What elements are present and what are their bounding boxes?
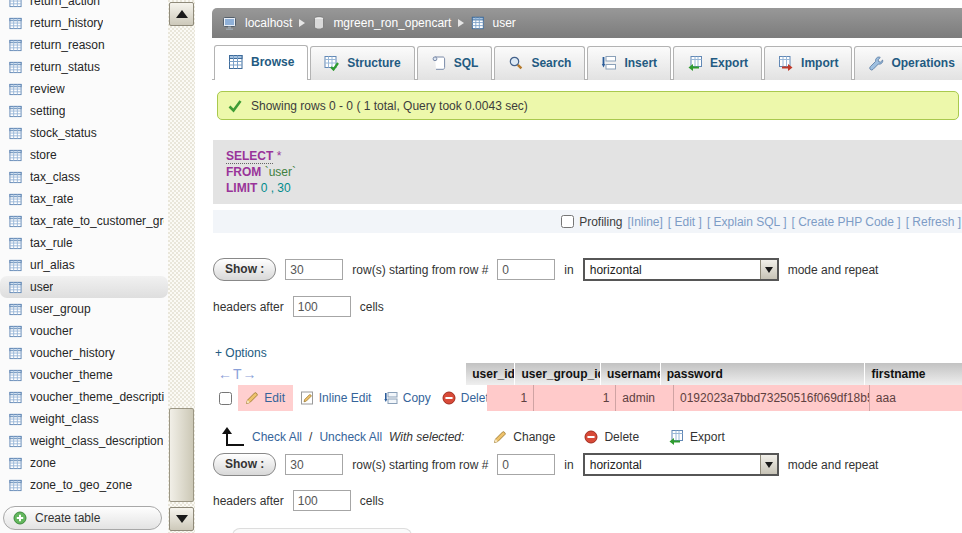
profiling-checkbox[interactable] [561,215,574,228]
sidebar-item-stock_status[interactable]: stock_status [0,122,168,144]
scroll-up-button[interactable] [169,2,194,26]
start-row-input[interactable] [497,454,555,475]
column-header-password[interactable]: password [661,363,866,385]
sidebar-item-zone[interactable]: zone [0,452,168,474]
delete-circle-icon [584,430,598,444]
tab-sql[interactable]: SQL [417,46,493,80]
cell-password: 0192023a7bbd73250516f069df18b500 [674,385,870,411]
explain-sql-link[interactable]: [ Explain SQL ] [707,215,787,229]
row-count-input[interactable] [285,259,343,280]
sql-keyword: SELECT [226,149,273,164]
sidebar-item-setting[interactable]: setting [0,100,168,122]
tab-label: Structure [347,56,400,70]
tab-structure[interactable]: Structure [310,46,414,80]
table-icon [9,193,22,206]
create-table-button[interactable]: Create table [3,506,162,530]
row-edit-action[interactable]: Edit [238,385,292,411]
row-delete-action[interactable]: Delete [435,385,487,411]
sidebar-item-user[interactable]: user [0,276,168,298]
export-icon [668,429,684,445]
check-all-link[interactable]: Check All [252,430,302,444]
table-header-row: ←T→ user_id user_group_id username passw… [213,363,962,385]
sidebar-item-tax_class[interactable]: tax_class [0,166,168,188]
sidebar-item-weight_class[interactable]: weight_class [0,408,168,430]
inline-link[interactable]: [Inline] [628,215,663,229]
mode-select[interactable]: horizontal [583,453,779,476]
table-icon [9,347,22,360]
breadcrumb-server[interactable]: localhost [245,16,292,30]
sidebar-item-label: stock_status [30,126,97,140]
sidebar-item-zone_to_geo_zone[interactable]: zone_to_geo_zone [0,474,168,496]
column-header-user_id[interactable]: user_id [466,363,515,385]
table-icon [9,171,22,184]
table-icon [9,325,22,338]
tab-search[interactable]: Search [494,46,585,80]
sidebar-item-store[interactable]: store [0,144,168,166]
breadcrumb-database[interactable]: mgreen_ron_opencart [333,16,451,30]
cell-user_id: 1 [487,385,535,411]
tab-label: Import [801,56,838,70]
headers-after-input[interactable] [293,296,351,317]
column-header-username[interactable]: username [601,363,661,385]
scroll-down-button[interactable] [169,507,194,531]
sidebar-item-voucher_theme_description[interactable]: voucher_theme_description [0,386,168,408]
with-selected-delete[interactable]: Delete [584,430,639,444]
with-selected-change[interactable]: Change [493,430,555,444]
row-count-input[interactable] [285,454,343,475]
structure-icon [324,55,340,71]
select-dropdown-button[interactable] [760,455,777,474]
tab-label: Export [710,56,748,70]
breadcrumb-table[interactable]: user [492,16,515,30]
show-button[interactable]: Show : [213,453,276,476]
edit-query-link[interactable]: [ Edit ] [668,215,702,229]
create-php-code-link[interactable]: [ Create PHP Code ] [791,215,900,229]
table-icon [9,83,22,96]
sidebar-item-tax_rate[interactable]: tax_rate [0,188,168,210]
triangle-down-icon [765,462,773,468]
tab-operations[interactable]: Operations [854,46,962,80]
sidebar-item-url_alias[interactable]: url_alias [0,254,168,276]
sidebar-scrollbar[interactable] [168,0,195,533]
table-icon [9,17,22,30]
row-copy-action[interactable]: Copy [377,385,435,411]
start-row-input[interactable] [497,259,555,280]
sidebar-item-return_history[interactable]: return_history [0,12,168,34]
sidebar-item-voucher_theme[interactable]: voucher_theme [0,364,168,386]
sql-keyword: FROM [226,165,261,179]
breadcrumb: localhost mgreen_ron_opencart user [212,8,962,38]
tab-browse[interactable]: Browse [214,45,308,80]
sidebar-item-user_group[interactable]: user_group [0,298,168,320]
table-icon [9,369,22,382]
column-nav-arrows[interactable]: ←T→ [213,363,466,385]
sidebar-item-return_reason[interactable]: return_reason [0,34,168,56]
headers-after-input[interactable] [293,490,351,511]
sidebar-item-review[interactable]: review [0,78,168,100]
sidebar-item-weight_class_description[interactable]: weight_class_description [0,430,168,452]
options-toggle-link[interactable]: + Options [215,346,267,360]
sidebar-item-return_action[interactable]: return_action [0,0,168,12]
sidebar-item-label: tax_rule [30,236,73,250]
mode-select[interactable]: horizontal [583,258,779,281]
row-inline-edit-action[interactable]: Inline Edit [293,385,377,411]
tab-insert[interactable]: Insert [587,46,671,80]
rows-starting-text: row(s) starting from row # [352,263,488,277]
mode-repeat-text: mode and repeat [788,458,879,472]
scrollbar-thumb[interactable] [169,408,194,502]
sidebar-item-voucher_history[interactable]: voucher_history [0,342,168,364]
column-header-firstname[interactable]: firstname [865,363,962,385]
query-status-message: Showing rows 0 - 0 ( 1 total, Query took… [217,91,959,120]
sidebar-item-voucher[interactable]: voucher [0,320,168,342]
sidebar-item-return_status[interactable]: return_status [0,56,168,78]
refresh-link[interactable]: [ Refresh ] [906,215,961,229]
sidebar-item-tax_rate_to_customer_group[interactable]: tax_rate_to_customer_group [0,210,168,232]
with-selected-export[interactable]: Export [668,429,725,445]
tab-export[interactable]: Export [673,46,762,80]
row-checkbox[interactable] [219,392,232,405]
sidebar-item-tax_rule[interactable]: tax_rule [0,232,168,254]
column-header-user_group_id[interactable]: user_group_id [515,363,600,385]
uncheck-all-link[interactable]: Uncheck All [319,430,382,444]
show-button[interactable]: Show : [213,258,276,281]
tab-import[interactable]: Import [764,46,852,80]
select-dropdown-button[interactable] [760,260,777,279]
cells-text: cells [360,300,384,314]
